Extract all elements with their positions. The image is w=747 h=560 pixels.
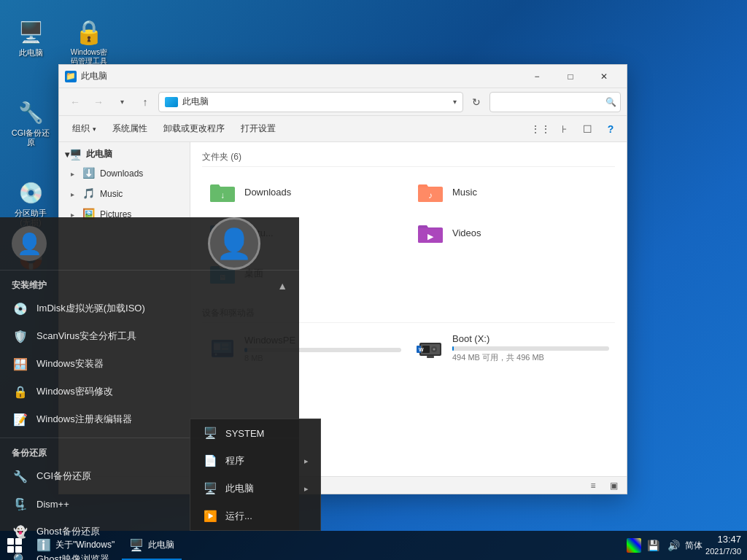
view-panes-button[interactable]: ☐ [577, 119, 597, 139]
taskbar-clock[interactable]: 13:47 2021/7/30 [705, 534, 741, 556]
scanvirus-icon: 🛡️ [12, 327, 29, 345]
lock-icon: 🔒 [74, 18, 104, 47]
install-collapse-button[interactable]: ▲ [277, 280, 287, 292]
imdisk-icon: 💿 [12, 300, 29, 317]
explorer-app-icon: 📁 [65, 71, 77, 82]
backup-section-label: 备份还原 [12, 447, 47, 459]
nav-bar: ← → ▾ ↑ 此电脑 ▾ ↻ 🔍 [59, 88, 627, 116]
organize-chevron: ▾ [93, 125, 96, 133]
refresh-button[interactable]: ↻ [466, 92, 487, 112]
uninstall-label: 卸载或更改程序 [163, 122, 225, 135]
organize-button[interactable]: 组织 ▾ [65, 119, 104, 139]
user-avatar-circle[interactable]: 👤 [208, 217, 260, 270]
status-list-view-button[interactable]: ≡ [586, 478, 600, 493]
clock-time: 13:47 [705, 534, 741, 546]
submenu-popup: 🖥️ SYSTEM 📄 程序 ▸ 🖥️ 此电脑 ▸ ▶️ 运行... [190, 419, 321, 531]
this-pc-label: 此电脑 [19, 48, 43, 58]
folder-music[interactable]: ♪ Music [410, 173, 615, 211]
menu-ghost-browser[interactable]: 🔍 Ghost映像浏览器 [0, 545, 299, 560]
user-avatar: 👤 [12, 226, 47, 261]
desktop-icon-cgi[interactable]: 🔧 CGI备份还原 [7, 95, 54, 150]
menu-scanvirus[interactable]: 🛡️ ScanVirus安全分析工具 [0, 322, 299, 350]
toolbar: 组织 ▾ 系统属性 卸载或更改程序 打开设置 ⋮⋮ ⊦ ☐ ? [59, 116, 627, 142]
dismpp-icon: 🗜️ [12, 495, 29, 513]
address-dropdown-icon[interactable]: ▾ [453, 98, 457, 106]
desktop-icon-this-pc[interactable]: 🖥️ 此电脑 [7, 15, 54, 61]
avatar-person-icon: 👤 [216, 227, 252, 261]
boot-drive-info: Boot (X:) 494 MB 可用，共 496 MB [452, 333, 609, 363]
programs-icon: 📄 [202, 453, 218, 469]
install-section-header: 安装维护 ▲ [0, 275, 299, 295]
ghost-browser-label: Ghost映像浏览器 [36, 553, 109, 560]
clock-date: 2021/7/30 [705, 546, 741, 556]
music-folder-label: Music [452, 187, 477, 198]
address-bar[interactable]: 此电脑 ▾ [158, 92, 463, 112]
downloads-sidebar-icon: ⬇️ [82, 167, 96, 180]
ghost-browser-icon: 🔍 [12, 551, 29, 560]
submenu-run[interactable]: ▶️ 运行... [190, 502, 320, 530]
downloads-sidebar-label: Downloads [100, 168, 143, 179]
help-button[interactable]: ? [600, 119, 621, 139]
downloads-folder-icon: ↓ [208, 177, 237, 206]
svg-rect-17 [427, 356, 434, 358]
search-input[interactable] [496, 97, 605, 107]
submenu-this-pc[interactable]: 🖥️ 此电脑 ▸ [190, 475, 320, 502]
up-nav-button[interactable]: ↑ [135, 92, 155, 112]
forward-nav-button[interactable]: → [88, 92, 109, 112]
this-pc-sidebar-icon: 🖥️ [69, 149, 82, 160]
view-options-button[interactable]: ⋮⋮ [530, 119, 551, 139]
view-toggle-button[interactable]: ⊦ [554, 119, 574, 139]
videos-folder-label: Videos [452, 228, 481, 238]
network-icon[interactable]: 🔊 [665, 537, 682, 554]
ime-label[interactable]: 简体 [685, 537, 703, 554]
organize-label: 组织 [72, 122, 90, 135]
close-button[interactable]: ✕ [587, 65, 621, 88]
search-box[interactable]: 🔍 [489, 92, 621, 112]
boot-bar-bg [452, 346, 609, 351]
run-icon: ▶️ [202, 508, 218, 524]
menu-windows-installer[interactable]: 🪟 Windows安装器 [0, 350, 299, 378]
submenu-programs[interactable]: 📄 程序 ▸ [190, 447, 320, 475]
svg-point-16 [433, 348, 436, 350]
open-settings-label: 打开设置 [241, 122, 276, 135]
cgi-icon: 🔧 [16, 98, 45, 127]
menu-windows-password[interactable]: 🔒 Windows密码修改 [0, 378, 299, 405]
install-section-label: 安装维护 [12, 279, 47, 292]
back-nav-button[interactable]: ← [65, 92, 85, 112]
usb-icon[interactable]: 💾 [644, 537, 662, 554]
system-properties-button[interactable]: 系统属性 [105, 119, 155, 139]
windows-lock-label: Windows密码管理工具 [71, 48, 108, 66]
sidebar-item-music[interactable]: ▸ 🎵 Music [59, 184, 190, 204]
music-sidebar-icon: 🎵 [82, 187, 96, 201]
status-grid-view-button[interactable]: ▣ [606, 478, 621, 493]
drive-boot[interactable]: W Boot (X:) 494 MB 可用，共 496 MB [410, 329, 615, 368]
this-pc-icon: 🖥️ [16, 18, 45, 47]
programs-arrow-icon: ▸ [304, 456, 309, 466]
svg-text:↓: ↓ [220, 190, 225, 201]
boot-drive-icon: W [416, 334, 445, 363]
boot-bar-fill [452, 346, 454, 351]
system-icon: 🖥️ [202, 425, 218, 441]
folder-downloads[interactable]: ↓ Downloads [202, 173, 407, 211]
recent-nav-button[interactable]: ▾ [112, 92, 132, 112]
maximize-button[interactable]: □ [554, 65, 587, 88]
sidebar-this-pc[interactable]: ▾ 🖥️ 此电脑 [59, 145, 190, 163]
music-sidebar-label: Music [100, 189, 123, 199]
windows-password-label: Windows密码修改 [36, 385, 113, 398]
sidebar-item-downloads[interactable]: ▸ ⬇️ Downloads [59, 163, 190, 184]
toolbar-right: ⋮⋮ ⊦ ☐ ? [530, 119, 621, 139]
windows-installer-label: Windows安装器 [36, 357, 104, 370]
avatar-icon: 👤 [17, 232, 42, 256]
submenu-system[interactable]: 🖥️ SYSTEM [190, 419, 320, 447]
desktop-icon-windows-lock[interactable]: 🔒 Windows密码管理工具 [66, 15, 112, 69]
folder-videos[interactable]: ▶ Videos [410, 214, 615, 252]
color-swatch-icon[interactable] [627, 538, 641, 553]
minimize-button[interactable]: − [520, 65, 554, 88]
menu-imdisk[interactable]: 💿 ImDisk虚拟光驱(加载ISO) [0, 295, 299, 322]
regedit-label: Windows注册表编辑器 [36, 413, 132, 426]
open-settings-button[interactable]: 打开设置 [233, 119, 283, 139]
imdisk-label: ImDisk虚拟光驱(加载ISO) [36, 302, 145, 315]
uninstall-button[interactable]: 卸载或更改程序 [156, 119, 232, 139]
cgi-menu-icon: 🔧 [12, 467, 29, 485]
boot-drive-name: Boot (X:) [452, 333, 609, 344]
